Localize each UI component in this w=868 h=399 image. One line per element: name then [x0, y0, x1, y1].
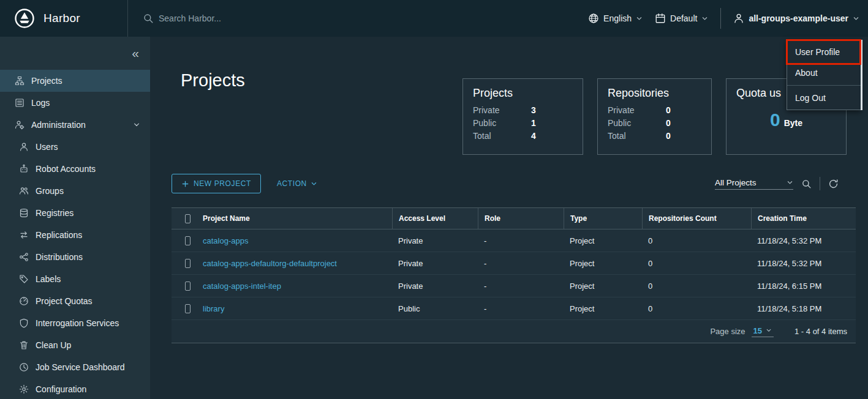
stat-card-rows: Private 3 Public 1 Total 4 [473, 105, 573, 141]
sidebar-item-label: Clean Up [36, 340, 71, 350]
sidebar-item-groups[interactable]: Groups [0, 180, 150, 202]
robot-icon [19, 164, 29, 174]
quota-gauge-icon [19, 296, 29, 306]
search-input[interactable] [159, 13, 422, 23]
sidebar-item-replications[interactable]: Replications [0, 224, 150, 246]
creation-time-cell: 11/18/24, 5:18 PM [751, 297, 856, 319]
sidebar-item-clean-up[interactable]: Clean Up [0, 334, 150, 356]
sidebar-item-distributions[interactable]: Distributions [0, 246, 150, 268]
sidebar-item-label: Robot Accounts [36, 164, 96, 174]
sidebar: « Projects Logs Administration Users Rob… [0, 37, 150, 399]
sidebar-item-label: Projects [31, 76, 62, 86]
table-footer: Page size 15 1 - 4 of 4 items [172, 320, 856, 343]
sidebar-item-projects[interactable]: Projects [0, 70, 150, 92]
user-dropdown-menu: User Profile About Log Out [787, 40, 861, 110]
repositories-count-cell: 0 [642, 252, 751, 274]
user-menu-button[interactable]: all-groups-example-user [733, 13, 859, 24]
stat-label: Total [608, 131, 666, 141]
sidebar-nav: Projects Logs Administration Users Robot… [0, 70, 150, 399]
row-checkbox[interactable] [185, 304, 191, 313]
sidebar-collapse-button[interactable]: « [0, 37, 150, 70]
header-checkbox-cell [172, 208, 197, 229]
access-level-cell: Public [392, 297, 478, 319]
user-icon [733, 13, 744, 24]
select-all-checkbox[interactable] [185, 214, 191, 223]
type-cell: Project [564, 297, 642, 319]
globe-icon [588, 13, 599, 24]
harbor-brand[interactable]: Harbor [0, 0, 128, 37]
menu-item-user-profile[interactable]: User Profile [787, 42, 861, 62]
project-name-link[interactable]: catalog-apps-intel-itep [203, 282, 281, 291]
project-filter-select[interactable]: All Projects [715, 178, 793, 190]
creation-time-cell: 11/18/24, 6:15 PM [751, 275, 856, 297]
stat-label: Private [608, 105, 666, 115]
column-header: Role [478, 208, 564, 229]
user-icon [19, 142, 29, 152]
sidebar-item-users[interactable]: Users [0, 136, 150, 158]
menu-item-about[interactable]: About [787, 62, 861, 83]
stat-value: 0 [666, 118, 701, 128]
sidebar-item-registries[interactable]: Registries [0, 202, 150, 224]
projects-table: Project Name Access Level Role Type Repo… [172, 207, 856, 343]
language-label: English [603, 13, 632, 23]
checkbox-cell [172, 275, 197, 297]
theme-selector[interactable]: Default [655, 13, 708, 24]
chevron-down-icon [701, 15, 708, 22]
project-filter-value: All Projects [715, 178, 757, 187]
row-checkbox[interactable] [185, 236, 191, 245]
action-dropdown-button[interactable]: ACTION [271, 174, 323, 193]
trash-icon [19, 340, 29, 350]
calendar-icon [655, 13, 666, 24]
sidebar-item-label: Registries [36, 208, 74, 218]
column-header: Access Level [392, 208, 478, 229]
new-project-button[interactable]: NEW PROJECT [172, 174, 261, 193]
table-body: catalog-apps Private - Project 0 11/18/2… [172, 229, 856, 320]
quota-unit: Byte [784, 118, 802, 128]
action-label: ACTION [277, 179, 307, 188]
sidebar-item-label: Logs [31, 98, 50, 108]
logs-list-icon [15, 98, 25, 108]
column-header: Project Name [197, 208, 392, 229]
username-label: all-groups-example-user [749, 13, 848, 23]
sidebar-item-project-quotas[interactable]: Project Quotas [0, 290, 150, 312]
project-name-link[interactable]: catalog-apps [203, 236, 248, 245]
sidebar-item-label: Project Quotas [36, 296, 92, 306]
menu-item-log-out[interactable]: Log Out [787, 88, 861, 108]
row-checkbox[interactable] [185, 282, 191, 291]
menu-divider [787, 85, 861, 86]
dropdown-scrollbar[interactable] [861, 40, 862, 110]
sidebar-item-job-service-dashboard[interactable]: Job Service Dashboard [0, 356, 150, 378]
page-size-select[interactable]: 15 [752, 326, 774, 337]
sidebar-item-administration[interactable]: Administration [0, 114, 150, 136]
language-selector[interactable]: English [588, 13, 643, 24]
stat-card-title: Projects [473, 87, 573, 100]
search-icon[interactable] [801, 179, 812, 189]
refresh-icon[interactable] [828, 179, 839, 189]
type-cell: Project [564, 252, 642, 274]
project-name-link[interactable]: library [203, 304, 224, 313]
main-content: Projects Projects Private 3 Public 1 Tot… [150, 37, 868, 399]
project-name-link[interactable]: catalog-apps-defaultorg-defaultproject [203, 259, 337, 268]
page-size-value: 15 [753, 326, 762, 335]
table-row: catalog-apps-defaultorg-defaultproject P… [172, 252, 856, 275]
sidebar-item-robot-accounts[interactable]: Robot Accounts [0, 158, 150, 180]
sidebar-item-configuration[interactable]: Configuration [0, 378, 150, 399]
harbor-logo-icon [13, 7, 36, 29]
theme-label: Default [670, 13, 697, 23]
sidebar-item-labels[interactable]: Labels [0, 268, 150, 290]
creation-time-cell: 11/18/24, 5:32 PM [751, 229, 856, 252]
sidebar-item-label: Users [36, 142, 58, 152]
stat-label: Total [473, 131, 531, 141]
checkbox-cell [172, 229, 197, 252]
sidebar-item-interrogation-services[interactable]: Interrogation Services [0, 312, 150, 334]
header-search [143, 13, 422, 24]
replication-icon [19, 230, 29, 240]
repositories-count-cell: 0 [642, 275, 751, 297]
stat-value: 4 [531, 131, 573, 141]
row-checkbox[interactable] [185, 259, 191, 268]
quota-number: 0 [770, 110, 780, 130]
sidebar-item-label: Replications [36, 230, 82, 240]
sidebar-item-logs[interactable]: Logs [0, 92, 150, 114]
table-row: catalog-apps-intel-itep Private - Projec… [172, 275, 856, 297]
chevron-down-icon [766, 327, 772, 334]
